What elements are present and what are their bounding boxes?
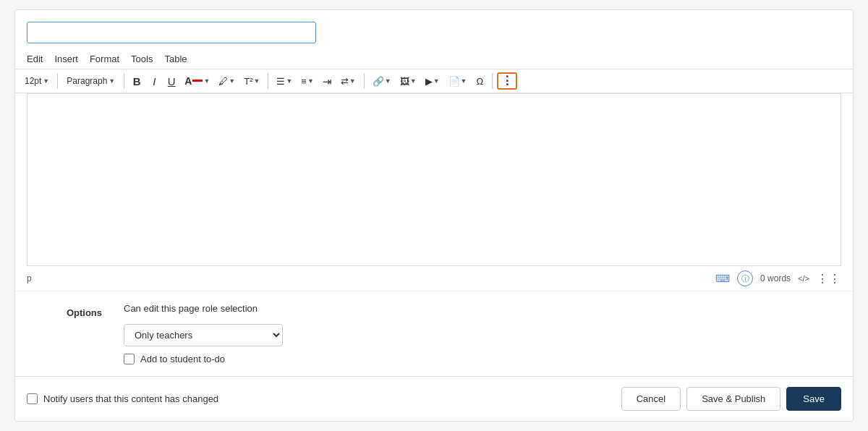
link-button[interactable]: 🔗 ▼ bbox=[369, 74, 395, 88]
doc-button[interactable]: 📄 ▼ bbox=[445, 74, 471, 88]
menu-format[interactable]: Format bbox=[90, 54, 119, 64]
indent-button[interactable]: ⇥ bbox=[319, 74, 336, 89]
menu-table[interactable]: Table bbox=[164, 54, 187, 64]
font-size-caret: ▼ bbox=[43, 78, 49, 85]
save-button[interactable]: Save bbox=[786, 387, 841, 411]
sep-5 bbox=[492, 73, 493, 89]
todo-label[interactable]: Add to student to-do bbox=[124, 354, 283, 364]
doc-icon: 📄 bbox=[448, 77, 460, 86]
paragraph-group: Paragraph ▼ bbox=[62, 74, 119, 88]
paragraph-caret: ▼ bbox=[109, 78, 115, 85]
more-options-button[interactable]: ⋮ bbox=[497, 72, 517, 90]
link-icon: 🔗 bbox=[373, 77, 384, 86]
media-caret: ▼ bbox=[433, 78, 440, 85]
align-button[interactable]: ☰ ▼ bbox=[273, 74, 296, 88]
sep-3 bbox=[268, 73, 268, 89]
toolbar: 12pt ▼ Paragraph ▼ B I U A ▼ 🖊 ▼ bbox=[15, 69, 853, 93]
footer-buttons: Cancel Save & Publish Save bbox=[621, 387, 841, 411]
keyboard-icon[interactable]: ⌨ bbox=[715, 273, 730, 284]
title-input[interactable] bbox=[27, 22, 316, 43]
footer: Notify users that this content has chang… bbox=[15, 376, 853, 421]
direction-caret: ▼ bbox=[349, 78, 356, 85]
todo-text: Add to student to-do bbox=[140, 354, 225, 364]
font-size-button[interactable]: 12pt ▼ bbox=[21, 74, 53, 88]
align-icon: ☰ bbox=[276, 77, 285, 86]
special-char-button[interactable]: Ω bbox=[472, 74, 488, 88]
italic-button[interactable]: I bbox=[146, 74, 162, 89]
title-row bbox=[15, 10, 853, 51]
menu-tools[interactable]: Tools bbox=[131, 54, 153, 64]
link-caret: ▼ bbox=[385, 78, 391, 85]
status-bar: p ⌨ ⓘ 0 words </> ⋮⋮ bbox=[15, 266, 853, 291]
special-char-icon: Ω bbox=[477, 77, 484, 86]
align-caret: ▼ bbox=[286, 78, 292, 85]
accessibility-icon[interactable]: ⓘ bbox=[737, 270, 753, 286]
cancel-button[interactable]: Cancel bbox=[621, 387, 681, 411]
sep-4 bbox=[364, 73, 365, 89]
bold-button[interactable]: B bbox=[129, 74, 145, 89]
direction-icon: ⇄ bbox=[341, 77, 349, 86]
image-icon: 🖼 bbox=[400, 77, 409, 86]
save-publish-button[interactable]: Save & Publish bbox=[686, 387, 780, 411]
editor-area[interactable] bbox=[27, 93, 841, 266]
font-color-caret: ▼ bbox=[203, 78, 210, 85]
list-caret: ▼ bbox=[307, 78, 314, 85]
media-button[interactable]: ▶ ▼ bbox=[422, 74, 443, 88]
status-right: ⌨ ⓘ 0 words </> ⋮⋮ bbox=[715, 270, 841, 286]
notify-text: Notify users that this content has chang… bbox=[43, 393, 218, 404]
doc-caret: ▼ bbox=[461, 78, 467, 85]
underline-button[interactable]: U bbox=[163, 74, 179, 89]
image-caret: ▼ bbox=[410, 78, 417, 85]
font-color-button[interactable]: A ▼ bbox=[181, 74, 213, 88]
more-options-icon: ⋮ bbox=[501, 75, 513, 87]
sep-2 bbox=[124, 73, 124, 89]
editor-container: Edit Insert Format Tools Table 12pt ▼ Pa… bbox=[14, 9, 854, 422]
font-size-group: 12pt ▼ bbox=[21, 74, 53, 88]
notify-label[interactable]: Notify users that this content has chang… bbox=[27, 393, 218, 404]
options-label: Options bbox=[59, 303, 102, 318]
paragraph-button[interactable]: Paragraph ▼ bbox=[62, 74, 119, 88]
menu-bar: Edit Insert Format Tools Table bbox=[15, 51, 853, 69]
font-color-icon: A bbox=[184, 76, 192, 86]
indent-icon: ⇥ bbox=[323, 76, 332, 87]
superscript-button[interactable]: T² ▼ bbox=[240, 74, 263, 88]
highlight-caret: ▼ bbox=[229, 78, 235, 85]
direction-button[interactable]: ⇄ ▼ bbox=[337, 74, 359, 88]
status-tag: p bbox=[27, 273, 715, 283]
html-button[interactable]: </> bbox=[798, 274, 809, 283]
role-label: Can edit this page role selection bbox=[124, 303, 283, 314]
notify-checkbox[interactable] bbox=[27, 393, 38, 404]
role-select[interactable]: Only teachers Everyone Only admins bbox=[124, 324, 283, 346]
highlight-icon: 🖊 bbox=[218, 77, 228, 86]
image-button[interactable]: 🖼 ▼ bbox=[396, 74, 420, 88]
list-button[interactable]: ≡ ▼ bbox=[297, 74, 318, 88]
word-count: 0 words bbox=[760, 273, 791, 283]
todo-checkbox[interactable] bbox=[124, 354, 135, 364]
menu-edit[interactable]: Edit bbox=[27, 54, 43, 64]
superscript-icon: T² bbox=[244, 77, 252, 86]
status-dots[interactable]: ⋮⋮ bbox=[817, 272, 841, 286]
options-section: Options Can edit this page role selectio… bbox=[15, 291, 853, 376]
menu-insert[interactable]: Insert bbox=[54, 54, 78, 64]
media-icon: ▶ bbox=[425, 77, 433, 86]
sep-1 bbox=[57, 73, 58, 89]
superscript-caret: ▼ bbox=[254, 78, 260, 85]
highlight-button[interactable]: 🖊 ▼ bbox=[215, 74, 239, 88]
options-content: Can edit this page role selection Only t… bbox=[124, 303, 283, 364]
list-icon: ≡ bbox=[301, 77, 307, 86]
